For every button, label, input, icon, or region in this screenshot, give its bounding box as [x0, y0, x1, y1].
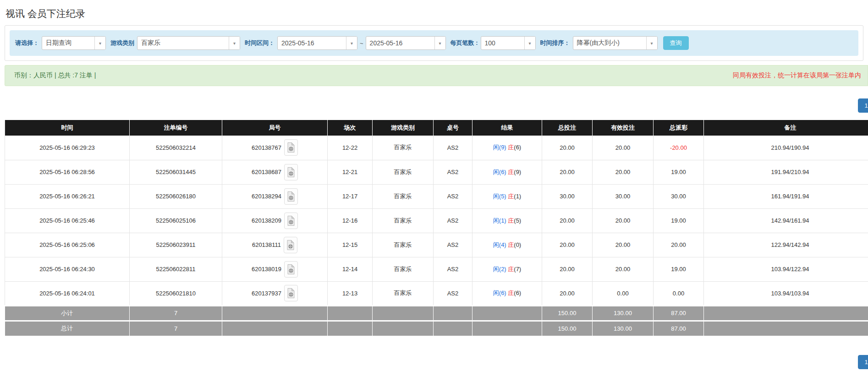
cell-total-payout: 19.00 [654, 160, 704, 184]
cell-result: 闲(5) 庄(1) [472, 184, 542, 208]
cell-time: 2025-05-16 06:25:06 [5, 233, 130, 257]
cell-table-no: AS2 [434, 136, 472, 160]
cell-time: 2025-05-16 06:26:21 [5, 184, 130, 208]
page-size-value: 100 [481, 37, 524, 49]
cell-bet-no: 522506032214 [130, 136, 222, 160]
table-row: 2025-05-16 06:24:01 522506021810 6201379… [5, 281, 868, 306]
grand-total-row: 总计 7 150.00 130.00 87.00 [5, 321, 868, 336]
search-button[interactable]: 查询 [663, 36, 689, 50]
video-replay-icon[interactable] [284, 261, 298, 278]
betting-records-table: 时间 注单编号 局号 场次 游戏类别 桌号 结果 总投注 有效投注 总派彩 备注… [5, 120, 868, 336]
date-from-value: 2025-05-16 [278, 37, 346, 49]
cell-valid-bet: 20.00 [593, 136, 654, 160]
cell-table-no: AS2 [434, 208, 472, 233]
cell-remark: 161.94/191.94 [704, 184, 868, 208]
time-range-label: 时间区间： [245, 39, 275, 47]
chevron-down-icon[interactable]: ▾ [524, 37, 535, 49]
cell-bet-no: 522506026180 [130, 184, 222, 208]
cell-session: 12-16 [328, 208, 373, 233]
grand-total-count: 7 [130, 321, 222, 336]
cell-game-type: 百家乐 [373, 257, 434, 281]
table-header-row: 时间 注单编号 局号 场次 游戏类别 桌号 结果 总投注 有效投注 总派彩 备注 [5, 120, 868, 136]
page-title: 视讯 会员下注纪录 [5, 7, 85, 20]
col-header-total-payout: 总派彩 [654, 120, 704, 136]
cell-remark: 122.94/142.94 [704, 233, 868, 257]
subtotal-label: 小计 [5, 306, 130, 321]
pagination-page-1-bottom[interactable]: 1 [858, 355, 868, 369]
table-row: 2025-05-16 06:24:30 522506022811 6201380… [5, 257, 868, 281]
range-separator: ~ [360, 40, 363, 47]
subtotal-total-bet: 150.00 [542, 306, 593, 321]
cell-time: 2025-05-16 06:24:01 [5, 281, 130, 306]
cell-round-no: 620138019 [222, 257, 328, 281]
video-replay-icon[interactable] [284, 213, 298, 229]
cell-result: 闲(6) 庄(6) [472, 281, 542, 306]
cell-total-bet: 20.00 [542, 257, 593, 281]
cell-session: 12-22 [328, 136, 373, 160]
date-from-select[interactable]: 2025-05-16 ▾ [277, 36, 357, 50]
cell-bet-no: 522506031445 [130, 160, 222, 184]
grand-total-valid-bet: 130.00 [593, 321, 654, 336]
cell-valid-bet: 20.00 [593, 160, 654, 184]
grand-total-total-payout: 87.00 [654, 321, 704, 336]
cell-total-bet: 20.00 [542, 208, 593, 233]
grand-total-label: 总计 [5, 321, 130, 336]
choose-label: 请选择： [15, 39, 39, 47]
page-size-select[interactable]: 100 ▾ [481, 36, 536, 50]
chevron-down-icon[interactable]: ▾ [346, 37, 357, 49]
video-replay-icon[interactable] [284, 139, 298, 156]
video-replay-icon[interactable] [284, 285, 298, 301]
col-header-valid-bet: 有效投注 [593, 120, 654, 136]
table-row: 2025-05-16 06:26:21 522506026180 6201382… [5, 184, 868, 208]
chevron-down-icon[interactable]: ▾ [229, 37, 240, 49]
col-header-total-bet: 总投注 [542, 120, 593, 136]
cell-total-payout: 0.00 [654, 281, 704, 306]
chevron-down-icon[interactable]: ▾ [94, 37, 105, 49]
cell-total-bet: 20.00 [542, 160, 593, 184]
cell-remark: 142.94/161.94 [704, 208, 868, 233]
col-header-bet-no: 注单编号 [130, 120, 222, 136]
grand-total-total-bet: 150.00 [542, 321, 593, 336]
query-type-select[interactable]: 日期查询 ▾ [42, 36, 106, 50]
cell-time: 2025-05-16 06:25:46 [5, 208, 130, 233]
summary-info-bar: 币别：人民币 | 总共 :7 注单 | 同局有效投注，统一计算在该局第一张注单内 [5, 65, 868, 86]
game-type-value: 百家乐 [137, 37, 229, 49]
cell-game-type: 百家乐 [373, 136, 434, 160]
cell-table-no: AS2 [434, 233, 472, 257]
date-to-select[interactable]: 2025-05-16 ▾ [366, 36, 446, 50]
col-header-time: 时间 [5, 120, 130, 136]
cell-total-bet: 20.00 [542, 233, 593, 257]
cell-table-no: AS2 [434, 160, 472, 184]
col-header-session: 场次 [328, 120, 373, 136]
cell-session: 12-14 [328, 257, 373, 281]
cell-valid-bet: 20.00 [593, 208, 654, 233]
cell-total-bet: 20.00 [542, 281, 593, 306]
cell-game-type: 百家乐 [373, 233, 434, 257]
page-size-label: 每页笔数 : [450, 39, 478, 47]
filter-panel: 请选择： 日期查询 ▾ 游戏类别 百家乐 ▾ 时间区间： 2025-05-16 … [5, 25, 863, 61]
cell-round-no: 620138767 [222, 136, 328, 160]
cell-table-no: AS2 [434, 281, 472, 306]
pagination-page-1-top[interactable]: 1 [858, 98, 868, 113]
game-type-select[interactable]: 百家乐 ▾ [137, 36, 240, 50]
video-replay-icon[interactable] [284, 164, 298, 180]
cell-total-bet: 20.00 [542, 136, 593, 160]
col-header-result: 结果 [472, 120, 542, 136]
chevron-down-icon[interactable]: ▾ [434, 37, 445, 49]
cell-session: 12-17 [328, 184, 373, 208]
time-sort-select[interactable]: 降幂(由大到小) ▾ [573, 36, 658, 50]
cell-bet-no: 522506023911 [130, 233, 222, 257]
cell-session: 12-15 [328, 233, 373, 257]
cell-total-payout: -20.00 [654, 136, 704, 160]
chevron-down-icon[interactable]: ▾ [646, 37, 657, 49]
game-type-label: 游戏类别 [110, 39, 134, 47]
video-replay-icon[interactable] [284, 188, 298, 205]
video-replay-icon[interactable] [284, 237, 297, 253]
cell-result: 闲(9) 庄(6) [472, 136, 542, 160]
currency-total-text: 币别：人民币 | 总共 :7 注单 | [14, 71, 96, 80]
valid-bet-notice: 同局有效投注，统一计算在该局第一张注单内 [733, 71, 861, 80]
cell-valid-bet: 20.00 [593, 257, 654, 281]
cell-valid-bet: 30.00 [593, 184, 654, 208]
col-header-table-no: 桌号 [434, 120, 472, 136]
table-row: 2025-05-16 06:25:46 522506025106 6201382… [5, 208, 868, 233]
